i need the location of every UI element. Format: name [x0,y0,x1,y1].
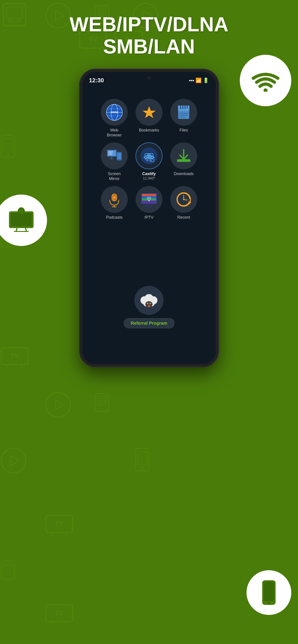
castify-icon [140,147,158,165]
phone-frame: 12:30 ▪▪▪ 📶 🔋 [80,69,218,367]
app-iptv[interactable]: IPTV [133,184,165,225]
app-screen-mirror[interactable]: ScreenMirror [98,140,131,182]
svg-text:TV: TV [55,520,64,527]
svg-rect-21 [1,135,15,158]
svg-rect-56 [46,605,73,622]
deco-icon-12 [134,447,156,474]
bookmarks-icon-circle [136,99,163,126]
svg-line-137 [26,228,27,232]
header-line1: WEB/IPTV/DLNA [0,14,298,36]
svg-rect-47 [135,448,149,471]
svg-point-141 [268,602,270,604]
web-browser-icon-circle: www [101,99,128,126]
iptv-icon-circle [136,186,163,213]
castify-sublabel: 11.940* [143,176,155,180]
castify-icon-circle [136,142,163,169]
svg-rect-43 [97,401,106,402]
header-line2: SMB/LAN [0,36,298,58]
screen-mirror-label: ScreenMirror [108,172,121,181]
app-podcasts[interactable]: Podcasts [98,184,131,225]
web-browser-label: WebBrowser [107,128,122,138]
referral-button[interactable]: Referral Program [124,318,174,328]
svg-rect-22 [3,139,12,152]
deco-icon-tv3: TV [0,346,29,369]
files-icon-circle [170,99,197,126]
svg-rect-75 [187,106,188,108]
podcasts-icon-circle [101,186,128,213]
podcasts-label: Podcasts [106,215,122,220]
downloads-icon [176,148,192,164]
svg-line-33 [7,364,9,368]
svg-line-53 [65,532,67,536]
app-castify[interactable]: Castify 11.940* [133,140,165,182]
screen-mirror-icon [106,148,123,164]
header-text: WEB/IPTV/DLNA SMB/LAN [0,14,298,58]
svg-rect-41 [95,394,109,412]
svg-rect-48 [138,452,147,465]
bookmarks-icon [142,105,156,120]
svg-point-132 [263,88,267,92]
svg-rect-77 [179,115,188,116]
app-downloads[interactable]: Downloads [167,140,200,182]
svg-rect-86 [108,153,112,154]
svg-rect-76 [179,113,188,114]
svg-rect-134 [11,213,32,226]
sheep-icon-circle [135,286,164,315]
podcasts-icon [107,192,122,207]
phone-screen: 12:30 ▪▪▪ 📶 🔋 [82,72,216,364]
castify-label: Castify [142,172,156,176]
svg-point-45 [1,448,26,473]
deco-icon-13 [0,559,21,580]
svg-text:TV: TV [55,609,64,617]
svg-line-34 [20,364,22,368]
files-icon [176,104,192,120]
svg-rect-50 [46,516,73,532]
svg-rect-72 [180,106,181,109]
status-icons: ▪▪▪ 📶 🔋 [189,78,209,84]
svg-text:www: www [110,110,118,114]
deco-icon-9 [45,391,72,418]
web-browser-icon: www [106,104,123,121]
app-web-browser[interactable]: www WebBrowser [98,96,131,138]
svg-point-117 [183,199,184,200]
status-time: 12:30 [89,77,104,84]
downloads-icon-circle [170,142,197,169]
svg-point-129 [150,303,151,304]
deco-icon-5 [0,134,21,161]
svg-rect-55 [3,564,12,566]
svg-point-30 [7,244,9,246]
front-camera [147,76,151,80]
svg-rect-74 [184,106,186,109]
svg-rect-42 [97,396,106,398]
svg-point-128 [147,303,148,304]
svg-marker-68 [142,106,156,118]
svg-rect-87 [108,154,113,155]
svg-rect-142 [266,582,271,582]
svg-line-81 [111,156,112,159]
svg-point-39 [46,392,71,417]
iptv-label: IPTV [144,215,153,220]
app-grid: www WebBrowser Bookmarks [98,96,200,225]
phone-float-circle [246,570,291,615]
svg-rect-85 [108,152,113,152]
iptv-icon [140,190,158,208]
downloads-label: Downloads [174,172,194,176]
bookmarks-label: Bookmarks [139,128,159,133]
svg-rect-140 [264,582,274,601]
deco-icon-tv5: TV [45,514,74,537]
app-files[interactable]: Files [167,96,200,138]
svg-rect-84 [117,153,121,159]
app-bookmarks[interactable]: Bookmarks [133,96,165,138]
wifi-float-circle [240,55,291,106]
app-recent[interactable]: Recent [167,184,200,225]
recent-label: Recent [177,215,190,220]
svg-rect-44 [97,404,106,405]
deco-icon-10 [94,391,115,412]
svg-point-102 [113,196,116,198]
deco-icon-11 [0,447,27,474]
svg-rect-31 [1,348,28,364]
volume-button [80,117,81,134]
power-button [217,112,218,139]
svg-point-113 [148,200,150,201]
svg-rect-73 [182,106,184,109]
